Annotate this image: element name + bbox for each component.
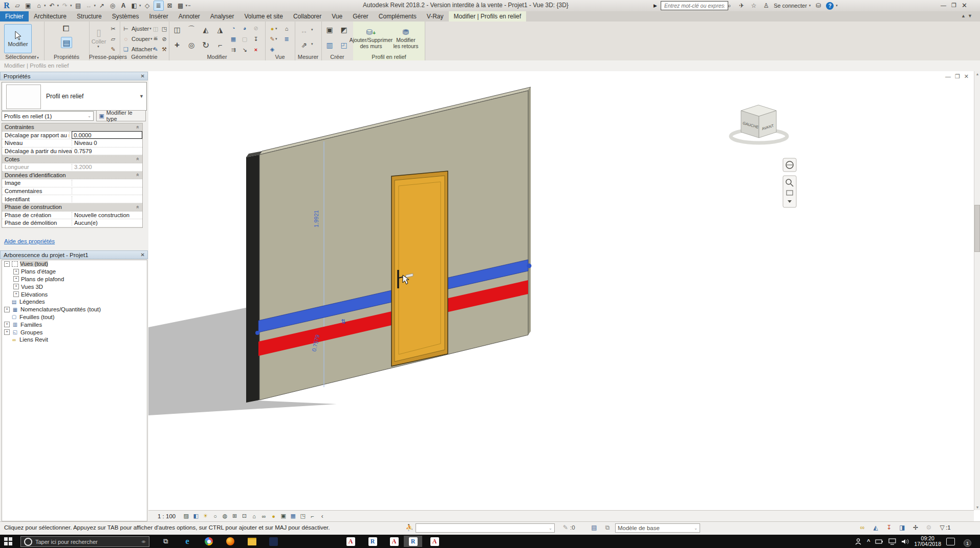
mirror-draw-axis-icon[interactable]: ◮	[215, 25, 225, 35]
tab-complements[interactable]: Compléments	[374, 11, 422, 22]
delete-icon[interactable]: ×	[252, 46, 260, 54]
autocad-app-icon-3[interactable]: A	[425, 536, 444, 547]
infocenter-search[interactable]	[661, 1, 728, 10]
help-icon[interactable]: ?	[826, 2, 834, 10]
redo-dropdown-icon[interactable]: ▾	[70, 4, 72, 8]
view-scale[interactable]: 1 : 100	[158, 513, 176, 519]
workset-dropdown-icon[interactable]: ⌄	[549, 526, 552, 531]
tab-inserer[interactable]: Insérer	[144, 11, 173, 22]
switch-windows-icon[interactable]: ▩	[176, 1, 185, 10]
sync-icon[interactable]: ⌂	[34, 1, 43, 10]
taskbar-search[interactable]: Taper ici pour rechercher ⌯	[20, 536, 149, 547]
measure-between-icon[interactable]: ⇗	[299, 40, 309, 50]
type-selector[interactable]: Profil en relief ▼	[2, 82, 147, 111]
people-tray-icon[interactable]	[855, 538, 862, 545]
split-element-icon[interactable]: ◔	[229, 24, 237, 32]
select-links-icon[interactable]: ∞	[858, 523, 867, 532]
property-row[interactable]: Image	[2, 179, 142, 187]
tree-item-plans-plafond[interactable]: +Plans de plafond	[2, 276, 147, 283]
tree-item-vues-3d[interactable]: +Vues 3D	[2, 283, 147, 290]
tree-item-nomenclatures[interactable]: + ▦Nomenclatures/Quantités (tout)	[2, 306, 147, 313]
property-row[interactable]: Phase de démolitionAucun(e)	[2, 219, 142, 227]
type-selector-dropdown-icon[interactable]: ▼	[139, 94, 144, 99]
sweep-end-handle-right[interactable]	[527, 264, 532, 268]
demolish-box-icon[interactable]: ◳	[160, 25, 168, 33]
section-row[interactable]: Données d'identification»	[2, 172, 142, 180]
section-row[interactable]: Contraintes»	[2, 123, 142, 132]
navigation-bar[interactable]	[783, 158, 796, 207]
visual-style-icon[interactable]: ◧	[191, 512, 200, 520]
panel-selectionner-label[interactable]: Sélectionner ▾	[0, 54, 44, 60]
measure-dropdown-icon[interactable]: ▾	[94, 4, 96, 8]
render-view-icon[interactable]: ⌂	[282, 25, 291, 33]
design-options-icon[interactable]: ▤	[590, 523, 599, 532]
exclude-options-icon[interactable]: ⧉	[603, 523, 612, 532]
project-browser-close-icon[interactable]: ✕	[141, 252, 145, 258]
hide-isolate-icon[interactable]: ∞	[259, 512, 268, 520]
shadows-icon[interactable]: ○	[211, 512, 220, 520]
workset-select[interactable]: ⌄	[416, 523, 555, 533]
close-icon[interactable]: ✕	[962, 2, 967, 9]
tree-item-feuilles[interactable]: ▢Feuilles (tout)	[2, 313, 147, 321]
measure-dropdown2-icon[interactable]: ▾	[311, 42, 313, 46]
modify-type-button[interactable]: ▣ Modifier le type	[96, 110, 146, 121]
render-dialog-icon[interactable]: ◍	[221, 512, 229, 520]
thin-lines-icon[interactable]: ≣	[154, 1, 164, 11]
undo-dropdown-icon[interactable]: ▾	[57, 4, 59, 8]
edge-icon[interactable]: e	[178, 536, 197, 547]
section-icon[interactable]: ◇	[143, 1, 152, 10]
paste-similar-icon[interactable]: ◰	[339, 40, 349, 50]
mirror-pick-axis-icon[interactable]: ◭	[201, 25, 211, 35]
create-assembly-icon[interactable]: ▥	[324, 40, 335, 50]
search-go-icon[interactable]: ⌕	[725, 1, 734, 10]
autocad-app-icon[interactable]: A	[341, 536, 360, 547]
offset-copy-icon[interactable]: ⇉	[229, 46, 237, 54]
action-center-icon[interactable]	[946, 538, 955, 545]
view-close-icon[interactable]: ✕	[964, 73, 969, 80]
tab-volume-et-site[interactable]: Volume et site	[239, 11, 288, 22]
tray-chevron-icon[interactable]: ^	[867, 538, 870, 544]
displaced-elements-icon[interactable]: ◳	[298, 512, 307, 520]
selection-combo-dropdown-icon[interactable]: ⌄	[88, 114, 91, 118]
restore-icon[interactable]: ❐	[951, 2, 956, 9]
tree-item-groupes[interactable]: + ◱Groupes	[2, 328, 147, 336]
minimize-icon[interactable]: —	[941, 2, 946, 8]
worksets-icon[interactable]: ⛹	[405, 523, 414, 532]
scrollbar-thumb[interactable]	[974, 205, 980, 252]
unpin-icon[interactable]: ⊘	[252, 24, 260, 32]
tab-analyser[interactable]: Analyser	[205, 11, 239, 22]
sign-in-label[interactable]: Se connecter	[774, 3, 807, 9]
search-input[interactable]	[663, 2, 726, 9]
reveal-hidden-icon[interactable]: ●	[269, 512, 278, 520]
tab-vray[interactable]: V-Ray	[422, 11, 449, 22]
wall-end-face[interactable]	[246, 155, 259, 403]
properties-close-icon[interactable]: ✕	[141, 73, 145, 79]
editable-only-icon[interactable]: ✎	[561, 523, 570, 532]
door-leaf[interactable]	[395, 176, 445, 362]
viewbar-collapse-icon[interactable]: ‹	[318, 512, 326, 520]
underlay-icon[interactable]: ≣	[282, 35, 291, 43]
scroll-up-icon[interactable]: ▲	[974, 71, 980, 76]
tree-item-elevations[interactable]: +Elévations	[2, 290, 147, 298]
demolish-hammer-icon[interactable]: ⚒	[160, 45, 168, 53]
properties-palette-icon[interactable]: ▤	[61, 37, 72, 48]
tab-gerer[interactable]: Gérer	[347, 11, 374, 22]
pin-icon[interactable]: ↧	[252, 35, 260, 43]
cut-geometry-button[interactable]: ◌Couper▾	[122, 35, 153, 43]
tray-clock[interactable]: 09:20 17/04/2018	[914, 536, 941, 547]
help-dropdown-icon[interactable]: ▾	[836, 4, 838, 8]
property-row[interactable]: NiveauNiveau 0	[2, 139, 142, 147]
flip-arrows-icon[interactable]: ⇅	[341, 318, 346, 325]
analytical-model-icon[interactable]: ▦	[289, 512, 297, 520]
property-row[interactable]: Décalage à partir du niveau0.7579	[2, 147, 142, 156]
modify-returns-button[interactable]: ⛃ Modifier les retours	[389, 23, 423, 54]
speaker-icon[interactable]	[901, 538, 909, 545]
copy-element-icon[interactable]: ◎	[186, 40, 197, 50]
family-types-icon[interactable]: ⧠	[61, 24, 71, 34]
property-row[interactable]: Identifiant	[2, 195, 142, 203]
select-underlay-icon[interactable]: ◭	[871, 523, 880, 532]
default-3d-view-icon[interactable]: ◧	[129, 1, 139, 10]
trim-corner-icon[interactable]: ⌐	[215, 40, 225, 50]
offset-icon[interactable]: ⌒	[186, 25, 197, 35]
firefox-icon[interactable]	[221, 536, 239, 547]
